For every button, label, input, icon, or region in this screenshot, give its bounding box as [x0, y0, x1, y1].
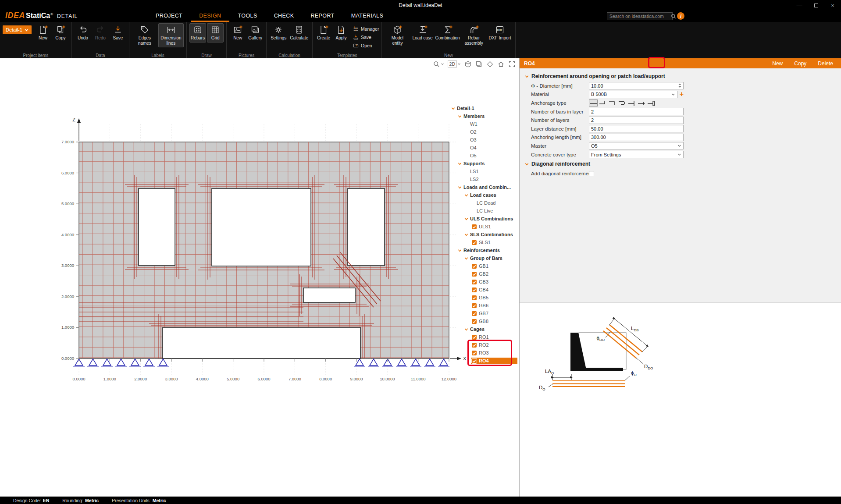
- new-model-entity-button[interactable]: Model entity: [385, 23, 410, 47]
- minimize-button[interactable]: —: [791, 0, 808, 11]
- support-triangle[interactable]: [131, 359, 139, 366]
- new-load-case-button[interactable]: Load case: [411, 23, 434, 43]
- tree-item-detail-1[interactable]: Detail-1: [450, 104, 517, 112]
- tree-item-uls-combinations[interactable]: ULS Combinations: [450, 215, 517, 223]
- checkbox-ro1[interactable]: [472, 335, 477, 340]
- number-of-layers-input[interactable]: 2: [589, 117, 684, 124]
- tree-item-gb2[interactable]: GB2: [450, 270, 517, 278]
- tree-item-sls-combinations[interactable]: SLS Combinations: [450, 231, 517, 238]
- checkbox-ro2[interactable]: [472, 343, 477, 348]
- search-input[interactable]: [607, 14, 671, 19]
- project-items-copy-button[interactable]: Copy: [52, 23, 69, 43]
- opening-o2[interactable]: [139, 188, 175, 266]
- diameter-mm-stepper[interactable]: [678, 83, 681, 89]
- tree-item-gb8[interactable]: GB8: [450, 317, 517, 325]
- labels-edges-names-button[interactable]: Edges names: [132, 23, 157, 47]
- support-triangle[interactable]: [159, 359, 167, 366]
- tree-item-o5[interactable]: O5: [450, 152, 517, 160]
- draw-grid-button[interactable]: Grid: [207, 23, 224, 43]
- opening-o5[interactable]: [303, 288, 355, 302]
- tree-item-load-cases[interactable]: Load cases: [450, 191, 517, 199]
- tree-item-o2[interactable]: O2: [450, 128, 517, 136]
- checkbox-gb3[interactable]: [472, 280, 477, 284]
- tree-item-gb6[interactable]: GB6: [450, 302, 517, 309]
- project-item-selector[interactable]: Detail-1: [3, 25, 32, 34]
- tree-item-lc-dead[interactable]: LC Dead: [450, 199, 517, 207]
- tree-item-cages[interactable]: Cages: [450, 325, 517, 333]
- new-combination-button[interactable]: Combination: [435, 23, 460, 43]
- canvas-tool-clip[interactable]: [486, 60, 494, 68]
- tree-item-group-of-bars[interactable]: Group of Bars: [450, 254, 517, 262]
- tree-item-ro2[interactable]: RO2: [450, 341, 517, 349]
- templates-apply-button[interactable]: Apply: [333, 23, 349, 43]
- diameter-mm-input[interactable]: 10.00: [589, 82, 684, 89]
- checkbox-gb8[interactable]: [472, 319, 477, 324]
- anchorage-plate-option[interactable]: [647, 99, 656, 106]
- support-triangle[interactable]: [145, 359, 153, 366]
- line-supports[interactable]: [73, 359, 449, 367]
- support-triangle[interactable]: [117, 359, 125, 366]
- anchorage-loop-option[interactable]: [618, 99, 627, 106]
- anchoring-length-mm-input[interactable]: 300.00: [589, 134, 684, 141]
- tree-item-gb4[interactable]: GB4: [450, 286, 517, 294]
- new-rebar-assembly-button[interactable]: Rebar assembly: [461, 23, 487, 47]
- templates-open-button[interactable]: Open: [353, 42, 379, 49]
- concrete-cover-type-select[interactable]: From Settings: [589, 151, 684, 158]
- data-undo-button[interactable]: Undo: [75, 23, 91, 43]
- tree-item-gb3[interactable]: GB3: [450, 278, 517, 286]
- canvas-tool-zoom[interactable]: [433, 60, 444, 68]
- close-button[interactable]: ×: [824, 0, 841, 11]
- maximize-button[interactable]: [808, 0, 824, 11]
- project-items-new-button[interactable]: New: [35, 23, 51, 43]
- anchorage-straight-option[interactable]: [589, 99, 598, 106]
- tree-item-gb5[interactable]: GB5: [450, 294, 517, 302]
- add-diagonal-reinforcement-checkbox[interactable]: [589, 171, 594, 176]
- tree-item-o3[interactable]: O3: [450, 136, 517, 144]
- search-box[interactable]: [607, 12, 673, 20]
- tree-item-uls1[interactable]: ULS1: [450, 223, 517, 231]
- support-triangle[interactable]: [356, 359, 363, 366]
- new-button[interactable]: New: [772, 60, 783, 67]
- menu-item-check[interactable]: CHECK: [266, 11, 303, 22]
- checkbox-sls1[interactable]: [472, 240, 477, 245]
- data-redo-button[interactable]: Redo: [92, 23, 109, 43]
- tree-item-w1[interactable]: W1: [450, 120, 517, 128]
- section-diagonal-reinforcement[interactable]: Diagonal reinforcement: [520, 159, 841, 169]
- checkbox-gb2[interactable]: [472, 272, 477, 277]
- menu-item-report[interactable]: REPORT: [302, 11, 342, 22]
- new-dxf-import-button[interactable]: DXFDXF Import: [488, 23, 513, 43]
- anchorage-bend-up-option[interactable]: [599, 99, 607, 106]
- templates-manager-button[interactable]: Manager: [353, 25, 379, 32]
- opening-door[interactable]: [163, 327, 360, 358]
- delete-button[interactable]: Delete: [818, 60, 833, 67]
- anchorage-perpendicular-option[interactable]: [627, 99, 636, 106]
- templates-create-button[interactable]: Create: [315, 23, 332, 43]
- menu-item-materials[interactable]: MATERIALS: [343, 11, 392, 22]
- labels-dimension-lines-button[interactable]: Dimension lines: [158, 23, 184, 47]
- tree-item-ls1[interactable]: LS1: [450, 167, 517, 175]
- support-triangle[interactable]: [412, 359, 420, 366]
- checkbox-gb6[interactable]: [472, 303, 477, 308]
- menu-item-design[interactable]: DESIGN: [191, 11, 229, 22]
- add-material-button[interactable]: +: [680, 91, 684, 98]
- checkbox-ro3[interactable]: [472, 351, 477, 355]
- tree-item-gb1[interactable]: GB1: [450, 262, 517, 270]
- menu-item-project[interactable]: PROJECT: [147, 11, 191, 22]
- tree-item-members[interactable]: Members: [450, 112, 517, 120]
- anchorage-hook-option[interactable]: [637, 99, 646, 106]
- tree-item-gb7[interactable]: GB7: [450, 309, 517, 317]
- canvas-tool-home[interactable]: [497, 60, 505, 68]
- canvas-tool-view-2d[interactable]: 2D: [448, 60, 461, 67]
- material-select[interactable]: B 500B: [589, 91, 677, 98]
- canvas-tool-fullscreen[interactable]: [508, 60, 516, 68]
- pictures-new-button[interactable]: New: [229, 23, 246, 43]
- tree-item-ro3[interactable]: RO3: [450, 349, 517, 357]
- checkbox-gb4[interactable]: [472, 287, 477, 292]
- section-reinforcement-around-opening-or-patch-load-support[interactable]: Reinforcement around opening or patch lo…: [520, 71, 841, 82]
- templates-save-button[interactable]: Save: [353, 34, 379, 40]
- tree-item-sls1[interactable]: SLS1: [450, 238, 517, 246]
- support-triangle[interactable]: [440, 359, 448, 366]
- support-triangle[interactable]: [398, 359, 406, 366]
- tree-item-ro1[interactable]: RO1: [450, 333, 517, 341]
- tree-item-ro4[interactable]: RO4: [450, 357, 517, 365]
